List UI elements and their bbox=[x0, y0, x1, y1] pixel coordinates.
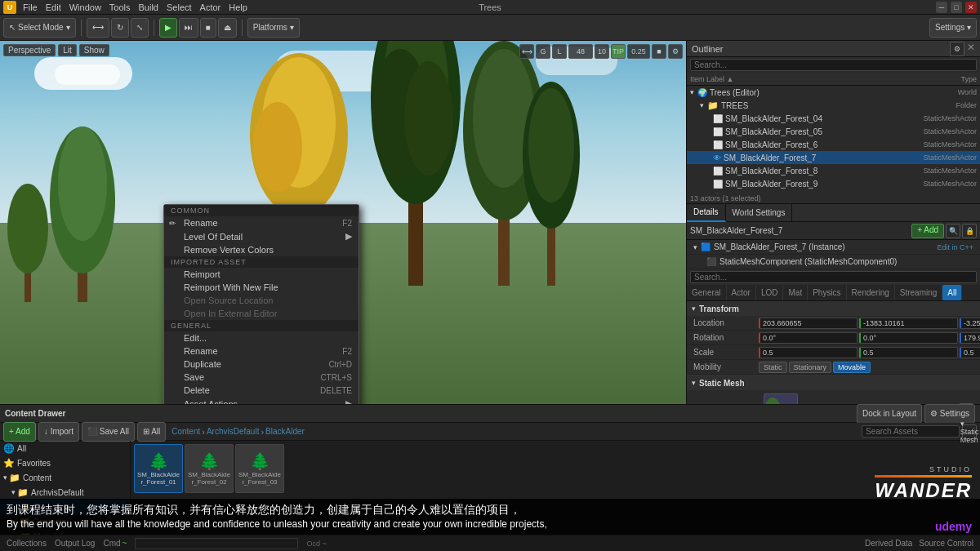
scale-tool[interactable]: ⤡ bbox=[131, 18, 149, 38]
show-button[interactable]: Show bbox=[79, 44, 109, 56]
location-z-input[interactable] bbox=[960, 318, 980, 329]
source-control-item[interactable]: Source Control bbox=[919, 539, 973, 548]
outliner-search-input[interactable] bbox=[690, 59, 977, 71]
menu-edit[interactable]: Edit bbox=[46, 2, 61, 12]
vp-icon-3[interactable]: L bbox=[552, 44, 567, 59]
cb-save-button[interactable]: ⬛ Save All bbox=[82, 422, 135, 442]
close-button[interactable]: ✕ bbox=[965, 2, 977, 13]
filter-tab-mat[interactable]: Mat bbox=[783, 285, 808, 300]
details-add-button[interactable]: + Add bbox=[911, 224, 944, 238]
outliner-item-sm05[interactable]: ⬜ SM_BlackAlder_Forest_05 StaticMeshActo… bbox=[687, 125, 980, 138]
component-root[interactable]: ▾ 🟦 SM_BlackAlder_Forest_7 (Instance) Ed… bbox=[687, 240, 980, 255]
play-button[interactable]: ▶ bbox=[159, 18, 177, 38]
ctx-rename[interactable]: ✏ Rename F2 bbox=[164, 216, 359, 229]
ctx-reimport[interactable]: Reimport bbox=[164, 268, 359, 281]
outliner-item-trees-folder[interactable]: ▾ 📁 TREES Folder bbox=[687, 99, 980, 112]
ctx-asset-actions[interactable]: Asset Actions ▶ bbox=[164, 397, 359, 404]
stop-button[interactable]: ■ bbox=[200, 18, 216, 38]
vp-icon-2[interactable]: G bbox=[536, 44, 550, 59]
cb-all-button[interactable]: ⊞ All bbox=[137, 422, 166, 442]
location-x-input[interactable] bbox=[759, 318, 858, 329]
filter-tab-streaming[interactable]: Streaming bbox=[895, 285, 943, 300]
filter-tab-lod[interactable]: LOD bbox=[756, 285, 784, 300]
output-log-item[interactable]: Output Log bbox=[55, 539, 95, 548]
cb-asset-sm02[interactable]: 🌲 SM_BlackAlder_Forest_02 bbox=[185, 444, 234, 493]
cmd-item[interactable]: Cmd ~ bbox=[103, 539, 127, 548]
rotation-x-input[interactable] bbox=[759, 332, 858, 344]
outliner-item-sm04[interactable]: ⬜ SM_BlackAlder_Forest_04 StaticMeshActo… bbox=[687, 112, 980, 125]
edit-cpp-button[interactable]: Edit in C++ bbox=[937, 243, 973, 251]
cb-import-button[interactable]: ↓ Import bbox=[38, 422, 79, 442]
details-search-icon[interactable]: 🔍 bbox=[946, 224, 960, 238]
ctx-delete[interactable]: Delete DELETE bbox=[164, 384, 359, 397]
filter-tab-rendering[interactable]: Rendering bbox=[847, 285, 895, 300]
outliner-item-sm8[interactable]: ⬜ SM_BlackAlder_Forest_8 StaticMeshActor bbox=[687, 164, 980, 177]
vp-icon-1[interactable]: ⟷ bbox=[519, 44, 534, 59]
perspective-button[interactable]: Perspective bbox=[3, 44, 56, 56]
maximize-button[interactable]: □ bbox=[951, 2, 962, 13]
outliner-item-world[interactable]: ▾ 🌍 Trees (Editor) World bbox=[687, 86, 980, 99]
menu-help[interactable]: Help bbox=[229, 2, 247, 12]
filter-tab-all[interactable]: All bbox=[942, 285, 962, 300]
content-drawer-item[interactable]: Collections bbox=[7, 539, 47, 548]
ctx-save[interactable]: Save CTRL+S bbox=[164, 371, 359, 384]
derived-data-item[interactable]: Derived Data bbox=[865, 539, 912, 548]
rotation-y-input[interactable] bbox=[859, 332, 958, 344]
cb-search-input[interactable] bbox=[862, 425, 960, 438]
vp-icon-4[interactable]: 10 bbox=[595, 44, 609, 59]
vp-scale[interactable]: 48 bbox=[568, 44, 593, 59]
menu-build[interactable]: Build bbox=[139, 2, 158, 12]
cb-asset-sm01[interactable]: 🌲 SM_BlackAlder_Forest_01 bbox=[134, 444, 183, 493]
menu-select[interactable]: Select bbox=[167, 2, 192, 12]
filter-tab-physics[interactable]: Physics bbox=[808, 285, 846, 300]
rotate-tool[interactable]: ↻ bbox=[111, 18, 129, 38]
cb-item-content[interactable]: ▾ 📁 Content bbox=[0, 470, 130, 485]
ctx-edit[interactable]: Edit... bbox=[164, 331, 359, 344]
cmd-input[interactable] bbox=[135, 538, 298, 549]
vp-icon-7[interactable]: ■ bbox=[652, 44, 666, 59]
cb-item-all[interactable]: 🌐 All bbox=[0, 441, 130, 455]
ctx-remove-vertex[interactable]: Remove Vertex Colors bbox=[164, 243, 359, 256]
cb-crumb-blackalder[interactable]: BlackAlder bbox=[265, 427, 305, 436]
cb-dock-layout-button[interactable]: Dock in Layout bbox=[857, 404, 922, 424]
vp-icon-6[interactable]: 0.25 bbox=[627, 44, 650, 59]
platforms-button[interactable]: Platforms ▾ bbox=[247, 18, 300, 38]
scale-y-input[interactable] bbox=[859, 347, 958, 358]
ctx-lod[interactable]: Level Of Detail ▶ bbox=[164, 229, 359, 243]
cb-item-archvis[interactable]: ▾ 📁 ArchvisDefault bbox=[0, 485, 130, 500]
details-lock-icon[interactable]: 🔒 bbox=[962, 224, 977, 238]
ctx-reimport-new[interactable]: Reimport With New File bbox=[164, 281, 359, 294]
menu-file[interactable]: File bbox=[23, 2, 38, 12]
cb-item-favorites[interactable]: ⭐ Favorites bbox=[0, 455, 130, 470]
cb-asset-sm03[interactable]: 🌲 SM_BlackAlder_Forest_03 bbox=[235, 444, 284, 493]
lit-button[interactable]: Lit bbox=[58, 44, 77, 56]
outliner-item-sm6[interactable]: ⬜ SM_BlackAlder_Forest_6 StaticMeshActor bbox=[687, 138, 980, 151]
scale-z-input[interactable] bbox=[960, 347, 980, 358]
vp-icon-8[interactable]: ⚙ bbox=[668, 44, 683, 59]
scale-x-input[interactable] bbox=[759, 347, 858, 358]
mobility-movable-btn[interactable]: Movable bbox=[833, 362, 871, 373]
outliner-item-sm7[interactable]: 👁 SM_BlackAlder_Forest_7 StaticMeshActor bbox=[687, 151, 980, 164]
eject-button[interactable]: ⏏ bbox=[218, 18, 237, 38]
transform-header[interactable]: ▾ Transform bbox=[687, 301, 980, 316]
cb-crumb-archvis[interactable]: ArchvisDefault bbox=[207, 427, 259, 436]
outliner-close-button[interactable]: ✕ bbox=[967, 42, 975, 56]
mobility-static-btn[interactable]: Static bbox=[759, 362, 787, 373]
vp-icon-5[interactable]: TIP bbox=[611, 44, 626, 59]
location-y-input[interactable] bbox=[859, 318, 958, 329]
skip-button[interactable]: ⏭ bbox=[179, 18, 198, 38]
rotation-z-input[interactable] bbox=[960, 332, 980, 344]
ctx-duplicate[interactable]: Duplicate Ctrl+D bbox=[164, 358, 359, 371]
menu-actor[interactable]: Actor bbox=[200, 2, 221, 12]
minimize-button[interactable]: ─ bbox=[936, 2, 947, 13]
menu-tools[interactable]: Tools bbox=[109, 2, 131, 12]
details-tab-details[interactable]: Details bbox=[687, 204, 726, 222]
cb-add-button[interactable]: + Add bbox=[3, 422, 36, 442]
details-tab-world[interactable]: World Settings bbox=[726, 204, 793, 222]
move-tool[interactable]: ⟷ bbox=[87, 18, 109, 38]
cb-crumb-content[interactable]: Content bbox=[172, 427, 200, 436]
menu-window[interactable]: Window bbox=[69, 2, 101, 12]
details-search-input[interactable] bbox=[690, 271, 977, 283]
outliner-item-sm9[interactable]: ⬜ SM_BlackAlder_Forest_9 StaticMeshActor bbox=[687, 177, 980, 190]
component-static-mesh[interactable]: ⬛ StaticMeshComponent (StaticMeshCompone… bbox=[687, 255, 980, 269]
